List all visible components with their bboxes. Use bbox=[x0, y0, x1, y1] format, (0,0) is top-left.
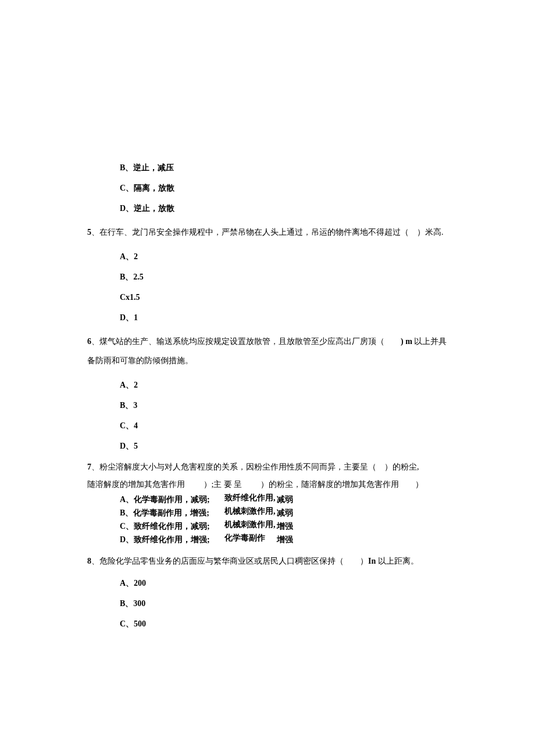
q5-option-a: A、2 bbox=[120, 250, 448, 263]
q7-option-a: A、化学毒副作用，减弱; 致纤维化作用, 减弱 bbox=[120, 493, 448, 506]
q7-body1: 、粉尘溶解度大小与对人危害程度的关系，因粉尘作用性质不同而异，主要呈（ ）的粉尘… bbox=[91, 463, 419, 471]
q5-text: 5、在行车、龙门吊安全操作规程中，严禁吊物在人头上通过，吊运的物件离地不得超过（… bbox=[87, 223, 448, 242]
q6-option-b: B、3 bbox=[120, 399, 448, 411]
q5-option-b: B、2.5 bbox=[120, 271, 448, 283]
q8-body-post: 以上距离。 bbox=[376, 557, 419, 565]
q7-d-col2: 化学毒副作 bbox=[224, 533, 277, 543]
q7-option-d: D、致纤维化作用，增强; 化学毒副作 增强 bbox=[120, 533, 448, 546]
q7-b-col2: 机械刺激作用, bbox=[224, 507, 277, 517]
q6-option-d: D、5 bbox=[120, 440, 448, 452]
q6-number: 6 bbox=[87, 337, 91, 346]
q7-b-col3: 减弱 bbox=[277, 507, 312, 519]
q7-d-col3: 增强 bbox=[277, 533, 312, 546]
q7-a-col3: 减弱 bbox=[277, 493, 312, 506]
q8-body-pre: 、危险化学品零售业务的店面应与繁华商业区或居民人口稠密区保持（ ） bbox=[91, 557, 368, 565]
q8-unit: In bbox=[368, 557, 376, 565]
q7-text-line2: 随溶解度的增加其危害作用 ）;主 要 呈 ）的粉尘，随溶解度的增加其危害作用 ） bbox=[87, 478, 448, 492]
q6-unit: ) m bbox=[401, 337, 412, 346]
q5-number: 5 bbox=[87, 228, 91, 237]
q6-text: 6、煤气站的生产、输送系统均应按规定设置放散管，且放散管至少应高出厂房顶（ ) … bbox=[87, 332, 448, 371]
q8-option-a: A、200 bbox=[120, 577, 448, 589]
q7-option-c: C、致纤维化作用，减弱; 机械刺激作用, 增强 bbox=[120, 520, 448, 532]
q6-option-a: A、2 bbox=[120, 379, 448, 391]
document-page: B、逆止，减压 C、隔离，放散 D、逆止，放散 5、在行车、龙门吊安全操作规程中… bbox=[0, 0, 535, 756]
q4-option-d: D、逆止，放散 bbox=[120, 202, 448, 214]
q7-c-col2: 机械刺激作用, bbox=[224, 520, 277, 530]
q7-option-b: B、化学毒副作用，增强; 机械刺激作用, 减弱 bbox=[120, 507, 448, 519]
q6-body-pre: 、煤气站的生产、输送系统均应按规定设置放散管，且放散管至少应高出厂房顶（ bbox=[91, 337, 401, 346]
q8-text: 8、危险化学品零售业务的店面应与繁华商业区或居民人口稠密区保持（ ）In 以上距… bbox=[87, 554, 448, 568]
q7-a-col2: 致纤维化作用, bbox=[224, 493, 277, 503]
q5-option-c: Cx1.5 bbox=[120, 291, 448, 303]
q7-d-col1: D、致纤维化作用，增强; bbox=[120, 533, 224, 546]
q7-number: 7 bbox=[87, 463, 91, 471]
q5-option-d: D、1 bbox=[120, 311, 448, 324]
q7-a-col1: A、化学毒副作用，减弱; bbox=[120, 493, 224, 506]
q4-option-b: B、逆止，减压 bbox=[120, 162, 448, 174]
q8-option-b: B、300 bbox=[120, 597, 448, 610]
q7-b-col1: B、化学毒副作用，增强; bbox=[120, 507, 224, 519]
q5-body: 、在行车、龙门吊安全操作规程中，严禁吊物在人头上通过，吊运的物件离地不得超过（ … bbox=[91, 228, 444, 237]
q4-option-c: C、隔离，放散 bbox=[120, 182, 448, 194]
q7-c-col1: C、致纤维化作用，减弱; bbox=[120, 520, 224, 532]
q7-text-line1: 7、粉尘溶解度大小与对人危害程度的关系，因粉尘作用性质不同而异，主要呈（ ）的粉… bbox=[87, 460, 448, 474]
q8-option-c: C、500 bbox=[120, 618, 448, 630]
q8-number: 8 bbox=[87, 557, 91, 565]
q7-c-col3: 增强 bbox=[277, 520, 312, 532]
q6-option-c: C、4 bbox=[120, 420, 448, 432]
